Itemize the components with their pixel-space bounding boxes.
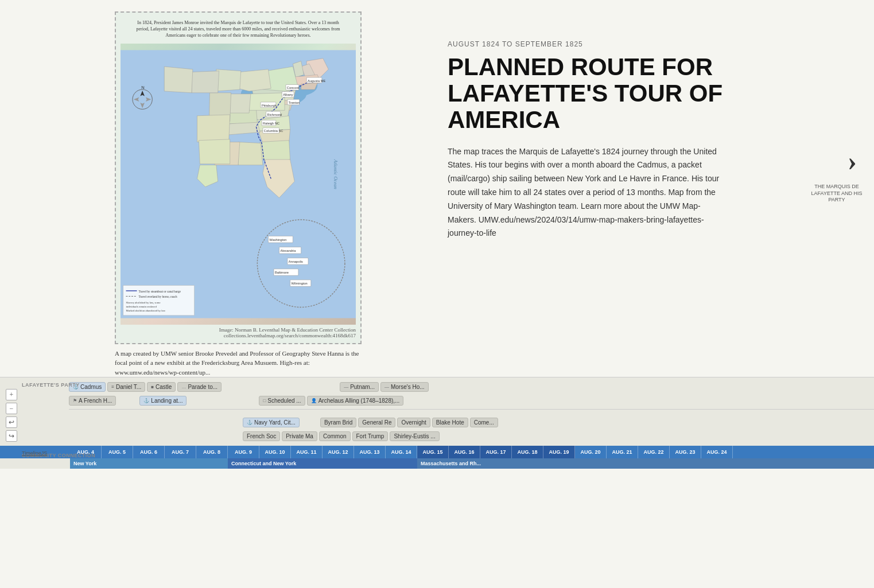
chip-label: Common <box>323 433 347 439</box>
svg-text:Wilmington: Wilmington <box>291 282 307 285</box>
date-aug16[interactable]: AUG. 16 <box>449 446 480 458</box>
date-aug8[interactable]: AUG. 8 <box>196 446 228 458</box>
timeline-chip-general[interactable]: General Re <box>358 418 395 427</box>
timeline-chip-fort[interactable]: Fort Trump <box>352 431 389 441</box>
svg-marker-24 <box>238 69 271 91</box>
page-wrapper: In 1824, President James Monroe invited … <box>0 0 874 469</box>
timeline-chip-french-soc[interactable]: French Soc <box>243 431 280 441</box>
timeline-row-3: ⚓ Navy Yard, Cit... Byram Brid General R… <box>69 416 874 429</box>
timeline-chip-parade[interactable]: … Parade to... <box>177 382 222 392</box>
zoom-out-icon: − <box>10 404 14 413</box>
chip-label: Putnam... <box>350 384 375 390</box>
timeline-chip-archelaus[interactable]: 👤 Archelaus Alling (1748–1828),... <box>307 396 404 406</box>
zoom-in-icon: + <box>10 391 14 399</box>
svg-marker-17 <box>238 142 263 165</box>
date-aug24[interactable]: AUG. 24 <box>701 446 733 458</box>
timeline-chip-blake[interactable]: Blake Hote <box>432 418 468 427</box>
date-aug13[interactable]: AUG. 13 <box>354 446 386 458</box>
svg-text:Pittsburgh: Pittsburgh <box>262 103 277 107</box>
svg-marker-22 <box>230 94 251 112</box>
timeline-chip-landing[interactable]: ⚓ Landing at... <box>139 396 187 406</box>
region-bar: New York Connecticut and New York Massac… <box>70 458 874 469</box>
chip-label: Archelaus Alling (1748–1828),... <box>318 398 400 404</box>
timeline-link[interactable]: TimelineJS <box>22 450 47 456</box>
chip-label: Morse's Ho... <box>391 384 425 390</box>
svg-rect-0 <box>121 50 356 318</box>
zoom-out-button[interactable]: − <box>6 403 17 414</box>
timeline-chip-common[interactable]: Common <box>319 431 351 441</box>
timeline-row-2: ⚑ A French H... ⚓ Landing at... □ Schedu… <box>69 394 874 407</box>
timeline-chip-come[interactable]: Come... <box>470 418 498 427</box>
morse-icon: — <box>384 384 389 390</box>
timeline-chip-private[interactable]: Private Ma <box>282 431 317 441</box>
archelaus-icon: 👤 <box>311 398 317 403</box>
article-title: PLANNED ROUTE FOR LAFAYETTE'S TOUR OF AM… <box>448 54 723 134</box>
timeline-chip-scheduled[interactable]: □ Scheduled ... <box>259 396 305 406</box>
svg-text:Alexandria: Alexandria <box>280 249 296 252</box>
svg-marker-29 <box>192 71 219 92</box>
date-aug20[interactable]: AUG. 20 <box>575 446 607 458</box>
timeline-chip-daniel[interactable]: ≡ Daniel T... <box>107 382 145 392</box>
timeline-chip-castle[interactable]: ■ Castle <box>147 382 176 392</box>
chip-label: Private Ma <box>286 433 313 439</box>
scheduled-icon: □ <box>263 398 266 403</box>
svg-text:Travel by steamboat or canal b: Travel by steamboat or canal barge <box>138 289 181 293</box>
forward-button[interactable]: ↪ <box>6 430 17 442</box>
next-arrow[interactable]: › <box>848 145 857 177</box>
date-aug21[interactable]: AUG. 21 <box>607 446 638 458</box>
date-aug22[interactable]: AUG. 22 <box>638 446 670 458</box>
timeline-chip-overnight[interactable]: Overnight <box>397 418 430 427</box>
timeline-rows: ⚓ Cadmus ≡ Daniel T... ■ Castle … Parade… <box>69 377 874 442</box>
date-aug18[interactable]: AUG. 18 <box>512 446 543 458</box>
timeline-row-1: ⚓ Cadmus ≡ Daniel T... ■ Castle … Parade… <box>69 380 874 393</box>
chip-label: Come... <box>474 419 494 426</box>
date-aug12[interactable]: AUG. 12 <box>323 446 354 458</box>
landing-icon: ⚓ <box>143 398 149 403</box>
date-aug6[interactable]: AUG. 6 <box>133 446 165 458</box>
date-aug10[interactable]: AUG. 10 <box>259 446 291 458</box>
date-aug23[interactable]: AUG. 23 <box>670 446 701 458</box>
svg-text:Washington: Washington <box>269 238 286 242</box>
svg-text:Richmond: Richmond <box>267 112 282 116</box>
date-aug19[interactable]: AUG. 19 <box>543 446 575 458</box>
date-aug5[interactable]: AUG. 5 <box>102 446 133 458</box>
back-button[interactable]: ↩ <box>6 416 17 428</box>
date-aug7[interactable]: AUG. 7 <box>165 446 196 458</box>
svg-text:Baltimore: Baltimore <box>275 271 289 274</box>
chip-label: Landing at... <box>151 398 182 404</box>
map-svg: Atlantic Ocean N <box>121 44 356 325</box>
date-aug17[interactable]: AUG. 17 <box>480 446 512 458</box>
svg-text:Augusta ME: Augusta ME <box>308 79 325 82</box>
chip-label: Scheduled ... <box>267 398 301 404</box>
map-caption: Image: Norman B. Leventhal Map & Educati… <box>121 327 356 338</box>
chip-label: Shirley-Eustis ... <box>394 433 435 439</box>
timeline-area: + − ↩ ↪ LAFAYETTE'S PARTY COMMUNITY CONN… <box>0 377 874 469</box>
svg-text:N: N <box>141 85 145 90</box>
map-container: In 1824, President James Monroe invited … <box>115 11 362 344</box>
chip-label: Overnight <box>401 419 426 426</box>
chip-label: Byram Brid <box>324 419 352 426</box>
svg-text:Albany: Albany <box>283 93 293 96</box>
timeline-chip-byram[interactable]: Byram Brid <box>320 418 356 427</box>
svg-text:Annapolis: Annapolis <box>289 260 303 263</box>
region-newyork: New York <box>70 458 228 469</box>
timeline-chip-putnam[interactable]: — Putnam... <box>340 382 379 392</box>
date-aug9[interactable]: AUG. 9 <box>228 446 259 458</box>
chip-label: Castle <box>156 384 172 390</box>
timeline-chip-navyyard[interactable]: ⚓ Navy Yard, Cit... <box>243 418 300 427</box>
map-description: A map created by UMW senior Brooke Preve… <box>115 349 362 377</box>
timeline-row-4: French Soc Private Ma Common Fort Trump … <box>69 430 874 442</box>
main-content: In 1824, President James Monroe invited … <box>0 0 874 377</box>
back-icon: ↩ <box>9 418 14 427</box>
timeline-chip-shirley[interactable]: Shirley-Eustis ... <box>390 431 439 441</box>
chip-label: Navy Yard, Cit... <box>254 419 296 426</box>
date-aug11[interactable]: AUG. 11 <box>291 446 323 458</box>
date-aug14[interactable]: AUG. 14 <box>386 446 417 458</box>
svg-marker-7 <box>301 83 318 89</box>
article-body: The map traces the Marquis de Lafayette'… <box>448 145 723 241</box>
map-title-text: In 1824, President James Monroe invited … <box>121 17 356 41</box>
svg-marker-26 <box>197 114 230 142</box>
timeline-chip-morse[interactable]: — Morse's Ho... <box>380 382 429 392</box>
date-aug15[interactable]: AUG. 15 <box>417 446 449 458</box>
zoom-in-button[interactable]: + <box>6 389 17 400</box>
